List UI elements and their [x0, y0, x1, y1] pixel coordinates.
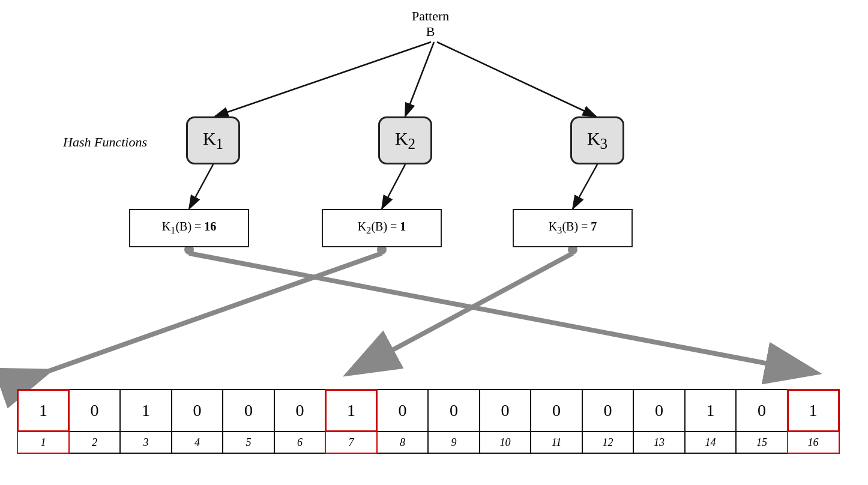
- bit-index-row: 12345678910111213141516: [17, 432, 840, 454]
- bit-index-cell-15: 15: [735, 432, 788, 454]
- bit-index-cell-8: 8: [376, 432, 429, 454]
- bit-cell-2: 0: [68, 389, 121, 432]
- bit-index-cell-16: 16: [787, 432, 840, 454]
- pattern-to-k2-line: [405, 42, 434, 116]
- bit-cell-7: 1: [325, 389, 378, 432]
- k2-to-r2-line: [382, 164, 405, 209]
- hash-functions-label: Hash Functions: [63, 134, 147, 150]
- bit-index-cell-10: 10: [479, 432, 532, 454]
- bit-cell-12: 0: [582, 389, 634, 432]
- bit-cell-11: 0: [530, 389, 583, 432]
- bit-index-cell-11: 11: [530, 432, 583, 454]
- bit-cell-8: 0: [376, 389, 429, 432]
- bit-cell-3: 1: [119, 389, 172, 432]
- result-box-k2: K2(B) = 1: [322, 209, 442, 247]
- bit-index-cell-13: 13: [633, 432, 686, 454]
- r1-to-cell16-line: [189, 253, 813, 372]
- bit-index-cell-14: 14: [684, 432, 737, 454]
- pattern-word: Pattern: [412, 8, 449, 23]
- bit-cell-6: 0: [274, 389, 327, 432]
- r3-to-cell7-line: [351, 253, 573, 372]
- pattern-to-k1-line: [215, 42, 431, 116]
- bit-index-cell-5: 5: [222, 432, 275, 454]
- result-box-k3: K3(B) = 7: [513, 209, 633, 247]
- k3-to-r3-line: [573, 164, 597, 209]
- bit-array: 1010001000000101 12345678910111213141516: [17, 389, 840, 454]
- bit-cell-1: 1: [17, 389, 70, 432]
- k3-hash-box: K3: [570, 116, 624, 164]
- bit-cell-14: 1: [684, 389, 737, 432]
- bit-cell-15: 0: [735, 389, 788, 432]
- bit-cell-4: 0: [171, 389, 224, 432]
- bit-index-cell-7: 7: [325, 432, 378, 454]
- k1-hash-box: K1: [186, 116, 240, 164]
- bit-cell-10: 0: [479, 389, 532, 432]
- bit-index-cell-12: 12: [582, 432, 634, 454]
- bit-index-cell-1: 1: [17, 432, 70, 454]
- pattern-to-k3-line: [437, 42, 596, 116]
- bit-index-cell-9: 9: [427, 432, 480, 454]
- bit-index-cell-4: 4: [171, 432, 224, 454]
- bit-index-cell-3: 3: [119, 432, 172, 454]
- pattern-label: Pattern B: [412, 8, 449, 40]
- diagram-container: Pattern B Hash Functions K1 K2 K3 K1(B) …: [0, 0, 868, 485]
- bit-cell-13: 0: [633, 389, 686, 432]
- bit-index-cell-2: 2: [68, 432, 121, 454]
- r2-to-cell1-line: [46, 253, 382, 372]
- result-box-k1: K1(B) = 16: [129, 209, 249, 247]
- k1-to-r1-line: [189, 164, 213, 209]
- bit-value-row: 1010001000000101: [17, 389, 840, 432]
- bit-cell-16: 1: [787, 389, 840, 432]
- bit-cell-9: 0: [427, 389, 480, 432]
- bit-index-cell-6: 6: [274, 432, 327, 454]
- pattern-variable: B: [412, 24, 449, 40]
- k2-hash-box: K2: [378, 116, 432, 164]
- bit-cell-5: 0: [222, 389, 275, 432]
